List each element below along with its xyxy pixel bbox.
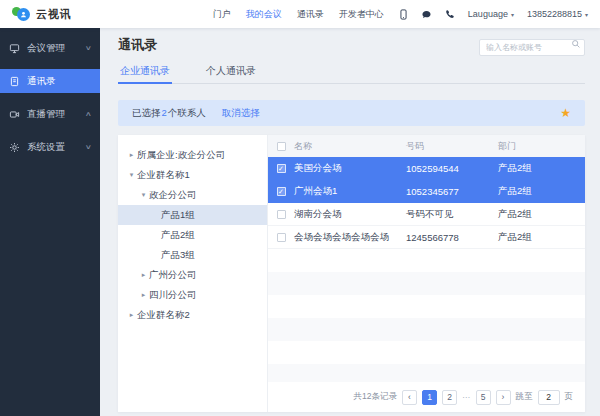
sidebar-item-label: 系统设置 — [27, 141, 79, 154]
row-checkbox[interactable] — [277, 233, 286, 242]
empty-row-stripe — [268, 295, 585, 318]
row-checkbox-cell: ✓ — [268, 164, 294, 173]
top-nav: 门户我的会议通讯录开发者中心 — [213, 8, 384, 21]
next-page-button[interactable]: › — [496, 390, 511, 405]
tree-item-label: 企业群名称2 — [137, 309, 190, 322]
cell-name: 会场会场会场会场会场 — [294, 231, 406, 244]
top-nav-item-2[interactable]: 通讯录 — [297, 8, 324, 21]
tree-item-label: 广州分公司 — [149, 269, 197, 282]
table-row-0[interactable]: ✓美国分会场1052594544产品2组 — [268, 157, 585, 180]
tree-item-7[interactable]: ▸四川分公司 — [118, 285, 267, 305]
tree-item-label: 四川分公司 — [149, 289, 197, 302]
sidebar-item-meeting[interactable]: 会议管理∨ — [0, 36, 100, 60]
live-icon — [9, 109, 20, 120]
header-icons — [398, 9, 455, 20]
chat-icon[interactable] — [421, 9, 432, 20]
top-nav-item-3[interactable]: 开发者中心 — [339, 8, 384, 21]
select-all-checkbox[interactable] — [277, 142, 286, 151]
tree-item-1[interactable]: ▾企业群名称1 — [118, 165, 267, 185]
row-checkbox-cell — [268, 233, 294, 242]
tree-arrow-icon: ▾ — [138, 191, 149, 199]
cell-name: 广州会场1 — [294, 185, 406, 198]
sidebar-item-label: 会议管理 — [27, 42, 79, 55]
phone-icon[interactable] — [444, 9, 455, 20]
column-header-2: 部门 — [498, 140, 585, 153]
cell-department: 产品2组 — [498, 208, 585, 221]
table-row-3[interactable]: 会场会场会场会场会场1245566778产品2组 — [268, 226, 585, 249]
cell-department: 产品2组 — [498, 231, 585, 244]
tree-item-label: 企业群名称1 — [137, 169, 190, 182]
row-checkbox[interactable]: ✓ — [277, 164, 286, 173]
sidebar-item-contacts[interactable]: 通讯录 — [0, 69, 100, 93]
tab-personal-contacts[interactable]: 个人通讯录 — [204, 64, 258, 83]
top-nav-item-0[interactable]: 门户 — [213, 8, 231, 21]
row-checkbox[interactable]: ✓ — [277, 187, 286, 196]
contacts-table: 名称号码部门 ✓美国分会场1052594544产品2组✓广州会场11052345… — [268, 135, 585, 412]
main-content: 通讯录 企业通讯录个人通讯录 已选择2个联系人 取消选择 ★ ▸所属企业:政企分… — [100, 28, 600, 416]
tabs: 企业通讯录个人通讯录 — [118, 64, 585, 84]
sidebar-item-label: 直播管理 — [27, 108, 79, 121]
search-icon — [571, 39, 581, 49]
row-checkbox[interactable] — [277, 210, 286, 219]
table-row-1[interactable]: ✓广州会场11052345677产品2组 — [268, 180, 585, 203]
cancel-selection-link[interactable]: 取消选择 — [222, 107, 260, 120]
selection-text: 已选择2个联系人 — [132, 107, 206, 120]
org-tree: ▸所属企业:政企分公司▾企业群名称1▾政企分公司产品1组产品2组产品3组▸广州分… — [118, 135, 268, 412]
cell-number: 号码不可见 — [406, 208, 498, 221]
empty-row-stripe — [268, 249, 585, 272]
cell-number: 1052594544 — [406, 163, 498, 174]
page-button-2[interactable]: 2 — [442, 390, 457, 405]
tree-item-3[interactable]: 产品1组 — [118, 205, 267, 225]
page-ellipsis: … — [462, 390, 471, 405]
cell-number: 1052345677 — [406, 186, 498, 197]
favorite-star-icon[interactable]: ★ — [560, 107, 571, 119]
account-dropdown[interactable]: 13852288815 ▾ — [527, 9, 588, 19]
tab-enterprise-contacts[interactable]: 企业通讯录 — [118, 64, 172, 83]
logo-person-icon — [17, 8, 30, 21]
jump-label: 跳至 — [516, 391, 533, 403]
tree-item-0[interactable]: ▸所属企业:政企分公司 — [118, 145, 267, 165]
tree-item-2[interactable]: ▾政企分公司 — [118, 185, 267, 205]
language-dropdown[interactable]: Lauguage ▾ — [468, 9, 514, 19]
mobile-icon[interactable] — [398, 9, 409, 20]
tree-item-8[interactable]: ▸企业群名称2 — [118, 305, 267, 325]
cell-name: 美国分会场 — [294, 162, 406, 175]
sidebar-item-live[interactable]: 直播管理∧ — [0, 102, 100, 126]
total-records: 共12条记录 — [354, 391, 397, 403]
page-suffix: 页 — [565, 391, 574, 403]
tree-item-label: 产品1组 — [161, 209, 195, 222]
language-label: Lauguage — [468, 9, 508, 19]
logo-icon — [12, 6, 31, 22]
table-row-2[interactable]: 湖南分会场号码不可见产品2组 — [268, 203, 585, 226]
tree-item-5[interactable]: 产品3组 — [118, 245, 267, 265]
account-number: 13852288815 — [527, 9, 582, 19]
tree-item-6[interactable]: ▸广州分公司 — [118, 265, 267, 285]
search-box — [479, 36, 585, 53]
tree-item-4[interactable]: 产品2组 — [118, 225, 267, 245]
pagination: 共12条记录 ‹ 12…5 › 跳至 页 — [268, 382, 585, 412]
selection-count: 2 — [161, 107, 168, 118]
sidebar-item-settings[interactable]: 系统设置∨ — [0, 135, 100, 159]
selection-banner: 已选择2个联系人 取消选择 ★ — [118, 100, 585, 126]
tree-arrow-icon: ▸ — [126, 311, 137, 319]
tree-arrow-icon: ▸ — [138, 271, 149, 279]
contacts-icon — [9, 76, 20, 87]
search-input[interactable] — [479, 39, 585, 56]
settings-icon — [9, 142, 20, 153]
chevron-down-icon: ▾ — [585, 11, 588, 18]
page-button-1[interactable]: 1 — [422, 390, 437, 405]
top-nav-item-1[interactable]: 我的会议 — [246, 8, 282, 21]
app-title: 云视讯 — [36, 7, 72, 22]
chevron-down-icon: ∨ — [85, 44, 92, 52]
tree-arrow-icon: ▸ — [138, 291, 149, 299]
jump-page-input[interactable] — [538, 390, 560, 405]
table-header: 名称号码部门 — [268, 135, 585, 157]
page-button-5[interactable]: 5 — [476, 390, 491, 405]
app-logo: 云视讯 — [12, 6, 72, 22]
empty-row-stripe — [268, 341, 585, 364]
app-window: 云视讯 门户我的会议通讯录开发者中心 Lauguage ▾ 1385228881… — [0, 0, 600, 416]
sidebar: 会议管理∨通讯录直播管理∧系统设置∨ — [0, 28, 100, 416]
prev-page-button[interactable]: ‹ — [402, 390, 417, 405]
top-header: 云视讯 门户我的会议通讯录开发者中心 Lauguage ▾ 1385228881… — [0, 0, 600, 28]
cell-department: 产品2组 — [498, 185, 585, 198]
